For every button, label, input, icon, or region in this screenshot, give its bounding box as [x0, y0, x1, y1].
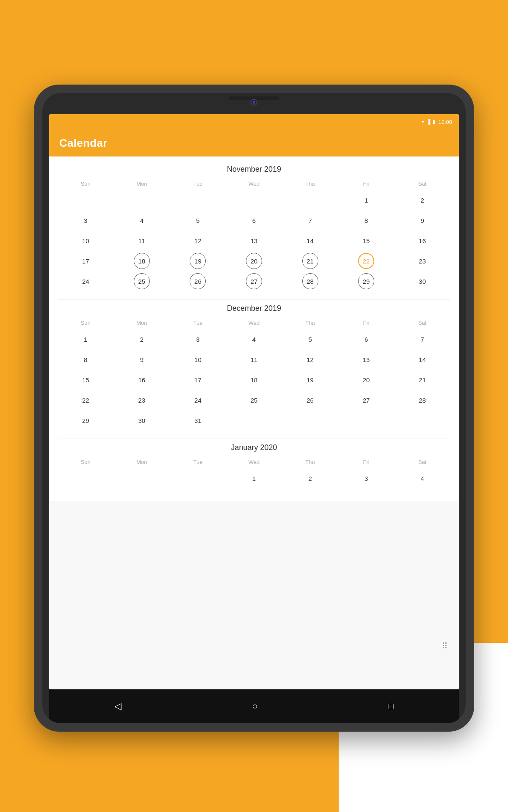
day-number: 30: [414, 273, 431, 289]
day-cell[interactable]: 9: [394, 211, 450, 230]
day-cell[interactable]: 5: [282, 329, 338, 349]
day-cell[interactable]: 18: [226, 370, 282, 390]
day-cell[interactable]: 17: [170, 370, 226, 390]
day-cell[interactable]: 11: [226, 350, 282, 369]
day-cell[interactable]: 26: [282, 390, 338, 410]
day-number: 1: [77, 331, 94, 347]
day-cell[interactable]: 22: [338, 251, 395, 271]
day-cell[interactable]: 20: [338, 370, 395, 390]
day-number: 7: [414, 331, 431, 347]
day-number: 24: [190, 392, 206, 408]
day-cell[interactable]: 29: [338, 272, 395, 291]
day-cell[interactable]: 30: [394, 272, 450, 291]
day-number: 31: [190, 412, 206, 428]
day-cell[interactable]: 3: [58, 211, 114, 230]
day-cell[interactable]: 29: [58, 411, 114, 430]
day-cell[interactable]: 30: [114, 411, 170, 430]
day-number: 15: [358, 233, 374, 249]
day-cell[interactable]: 10: [170, 350, 226, 369]
day-cell[interactable]: 16: [394, 231, 450, 250]
day-headers-2: SunMonTueWedThuFriSat: [49, 459, 459, 465]
day-cell[interactable]: 4: [114, 211, 170, 230]
home-button[interactable]: ○: [247, 696, 262, 717]
day-cell[interactable]: 19: [282, 370, 338, 390]
day-cell[interactable]: 1: [338, 190, 395, 210]
day-cell[interactable]: 17: [58, 251, 114, 271]
day-number: [302, 192, 318, 208]
day-cell[interactable]: 2: [282, 469, 338, 488]
day-cell[interactable]: 28: [394, 390, 450, 410]
day-number: 2: [302, 470, 318, 486]
day-cell[interactable]: 5: [170, 211, 226, 230]
day-cell[interactable]: 13: [338, 350, 395, 369]
day-cell[interactable]: 4: [226, 329, 282, 349]
day-number: 28: [302, 273, 318, 289]
month-title-0: November 2019: [49, 165, 459, 174]
day-cell[interactable]: 25: [226, 390, 282, 410]
day-number: 5: [302, 331, 318, 347]
day-cell[interactable]: 28: [282, 272, 338, 291]
day-cell[interactable]: 10: [58, 231, 114, 250]
day-cell[interactable]: 15: [338, 231, 395, 250]
day-cell[interactable]: 19: [170, 251, 226, 271]
day-cell[interactable]: 4: [394, 469, 450, 488]
day-cell[interactable]: 23: [114, 390, 170, 410]
day-cell[interactable]: 8: [338, 211, 395, 230]
day-cell[interactable]: 14: [394, 350, 450, 369]
day-cell[interactable]: 11: [114, 231, 170, 250]
day-cell: [58, 469, 114, 488]
day-cell[interactable]: 27: [338, 390, 395, 410]
day-cell[interactable]: 31: [170, 411, 226, 430]
day-number: 3: [77, 212, 94, 228]
day-cell[interactable]: 1: [58, 329, 114, 349]
day-number: 29: [77, 412, 94, 428]
day-cell[interactable]: 27: [226, 272, 282, 291]
day-cell[interactable]: 2: [114, 329, 170, 349]
day-header: Wed: [226, 459, 282, 465]
day-number: 4: [414, 470, 431, 486]
day-cell[interactable]: 6: [338, 329, 395, 349]
back-button[interactable]: ◁: [109, 696, 127, 717]
day-cell[interactable]: 21: [282, 251, 338, 271]
day-number: 15: [77, 372, 94, 388]
months-root: November 2019SunMonTueWedThuFriSat123456…: [49, 165, 459, 488]
day-cell[interactable]: 12: [282, 350, 338, 369]
day-cell[interactable]: 18: [114, 251, 170, 271]
day-cell[interactable]: 6: [226, 211, 282, 230]
day-cell[interactable]: 15: [58, 370, 114, 390]
day-number: 26: [302, 392, 318, 408]
grid-icon[interactable]: ⠿: [442, 641, 448, 651]
camera: [251, 99, 257, 106]
day-cell[interactable]: 25: [114, 272, 170, 291]
day-cell[interactable]: 3: [170, 329, 226, 349]
day-cell[interactable]: 13: [226, 231, 282, 250]
day-number: 23: [134, 392, 150, 408]
day-cell[interactable]: 26: [170, 272, 226, 291]
month-section-0: November 2019SunMonTueWedThuFriSat123456…: [49, 165, 459, 291]
day-cell[interactable]: 22: [58, 390, 114, 410]
day-cell[interactable]: 21: [394, 370, 450, 390]
day-cell[interactable]: 24: [170, 390, 226, 410]
day-cell[interactable]: 20: [226, 251, 282, 271]
day-number: 20: [358, 372, 374, 388]
day-cell[interactable]: 23: [394, 251, 450, 271]
day-number: 5: [190, 212, 206, 228]
day-grid-0: 1234567891011121314151617181920212223242…: [49, 190, 459, 291]
day-cell[interactable]: 3: [338, 469, 395, 488]
day-number: 29: [358, 273, 374, 289]
day-cell[interactable]: 2: [394, 190, 450, 210]
day-cell[interactable]: 12: [170, 231, 226, 250]
day-cell[interactable]: 9: [114, 350, 170, 369]
calendar-content[interactable]: November 2019SunMonTueWedThuFriSat123456…: [49, 156, 459, 689]
day-number: [77, 192, 94, 208]
day-cell[interactable]: 8: [58, 350, 114, 369]
day-number: 9: [414, 212, 431, 228]
day-cell[interactable]: 7: [394, 329, 450, 349]
recent-button[interactable]: □: [383, 696, 399, 717]
day-cell[interactable]: 24: [58, 272, 114, 291]
day-number: 28: [414, 392, 431, 408]
day-cell[interactable]: 7: [282, 211, 338, 230]
day-cell[interactable]: 1: [226, 469, 282, 488]
day-cell[interactable]: 16: [114, 370, 170, 390]
day-cell[interactable]: 14: [282, 231, 338, 250]
